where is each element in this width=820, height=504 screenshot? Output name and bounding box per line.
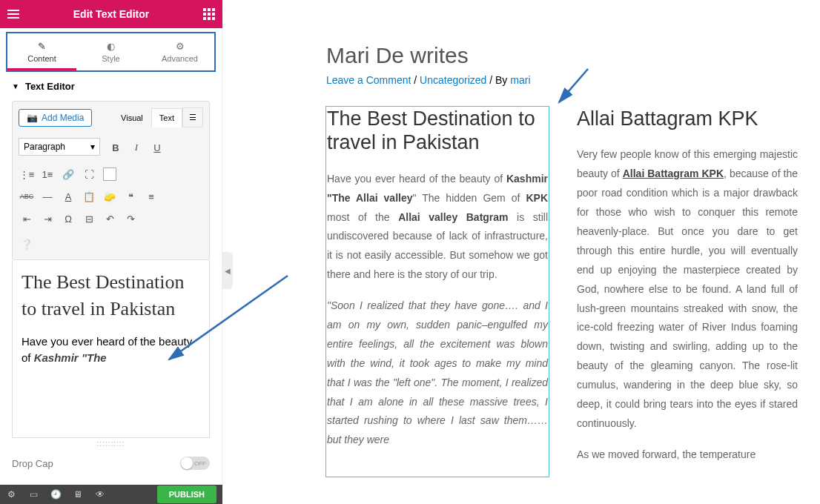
menu-icon[interactable] <box>0 0 27 28</box>
section-header[interactable]: ▼ Text Editor <box>0 72 222 101</box>
col2-p2: As we moved forward, the temperature <box>577 445 798 465</box>
panel-footer: ⚙ ▭ 🕘 🖥 👁 PUBLISH <box>0 485 222 504</box>
category-link[interactable]: Uncategorized <box>420 74 486 86</box>
resize-handle[interactable]: :::::::::: <box>12 440 210 448</box>
pencil-icon: ✎ <box>38 41 46 52</box>
content-columns: The Best Destination to travel in Pakist… <box>326 107 798 477</box>
clear-button[interactable]: 🧽 <box>100 187 119 206</box>
hr-button[interactable]: — <box>38 187 57 206</box>
publish-button[interactable]: PUBLISH <box>157 485 216 503</box>
chevron-down-icon: ▾ <box>90 142 95 152</box>
sidebar: ✎Content ◐Style ⚙Advanced ▼ Text Editor … <box>0 28 222 504</box>
paste-button[interactable]: 📋 <box>79 187 99 206</box>
color-swatch[interactable] <box>100 165 119 184</box>
panel-header: Edit Text Editor <box>0 0 222 28</box>
apps-icon[interactable] <box>196 0 222 28</box>
col1-p1: Have you ever heard of the beauty of Kas… <box>327 170 548 285</box>
preview-icon[interactable]: 👁 <box>89 489 111 500</box>
tab-advanced[interactable]: ⚙Advanced <box>145 33 214 70</box>
media-icon: 📷 <box>27 113 38 123</box>
leave-comment-link[interactable]: Leave a Comment <box>326 74 411 86</box>
collapse-sidebar-button[interactable]: ◀ <box>222 252 233 289</box>
tab-style[interactable]: ◐Style <box>76 33 145 70</box>
editor-heading: The Best Destination to travel in Pakist… <box>22 269 200 323</box>
panel-title: Edit Text Editor <box>27 8 196 20</box>
undo-button[interactable]: ↶ <box>100 209 119 228</box>
editor-paragraph: Have you ever heard of the beauty of Kas… <box>22 334 200 367</box>
underline-button[interactable]: U <box>148 138 167 157</box>
italic-button[interactable]: I <box>127 138 146 157</box>
visual-tab[interactable]: Visual <box>113 108 151 127</box>
column-2[interactable]: Allai Battagram KPK Very few people know… <box>577 107 798 477</box>
link-button[interactable]: 🔗 <box>59 165 78 184</box>
wysiwyg-toolbar: 📷Add Media Visual Text ☰ Paragraph▾ B I … <box>12 101 210 260</box>
text-editor-input[interactable]: The Best Destination to travel in Pakist… <box>12 260 210 438</box>
help-button[interactable]: ❔ <box>17 234 36 253</box>
add-media-button[interactable]: 📷Add Media <box>19 109 92 127</box>
outdent-button[interactable]: ⇤ <box>17 209 36 228</box>
bullet-list-button[interactable]: ⋮≡ <box>17 165 36 184</box>
gear-icon: ⚙ <box>176 41 185 52</box>
align-button[interactable]: ≡ <box>142 187 161 206</box>
navigator-icon[interactable]: ▭ <box>22 489 44 500</box>
text-tab[interactable]: Text <box>151 108 182 127</box>
col2-p1: Very few people know of this emerging ma… <box>577 145 798 433</box>
history-icon[interactable]: 🕘 <box>44 489 67 500</box>
redo-button[interactable]: ↷ <box>121 209 140 228</box>
quote-button[interactable]: ❝ <box>121 187 140 206</box>
contrast-icon: ◐ <box>107 41 115 52</box>
col2-heading: Allai Battagram KPK <box>577 107 798 130</box>
toolbar-extra-button[interactable]: ☰ <box>182 107 203 127</box>
col1-heading: The Best Destination to travel in Pakist… <box>327 107 548 155</box>
drop-cap-toggle[interactable]: OFF <box>180 457 210 470</box>
responsive-icon[interactable]: 🖥 <box>67 489 89 500</box>
editor-tabs: ✎Content ◐Style ⚙Advanced <box>6 32 216 72</box>
bold-button[interactable]: B <box>106 138 125 157</box>
specialchar-button[interactable]: Ω <box>59 209 78 228</box>
format-select[interactable]: Paragraph▾ <box>19 138 100 156</box>
author-link[interactable]: mari <box>510 74 530 86</box>
drop-cap-row: Drop Cap OFF <box>0 449 222 477</box>
strikethrough-button[interactable]: ABC <box>17 187 36 206</box>
col1-p2: "Soon I realized that they have gone…. a… <box>327 296 548 450</box>
tab-content[interactable]: ✎Content <box>7 33 76 70</box>
indent-button[interactable]: ⇥ <box>38 209 57 228</box>
readmore-button[interactable]: ⊟ <box>79 209 99 228</box>
caret-down-icon: ▼ <box>12 82 19 90</box>
textcolor-button[interactable]: A <box>59 187 78 206</box>
settings-icon[interactable]: ⚙ <box>0 489 22 500</box>
page-title: Mari De writes <box>326 43 798 68</box>
preview-area: Mari De writes Leave a Comment / Uncateg… <box>222 28 820 504</box>
number-list-button[interactable]: 1≡ <box>38 165 57 184</box>
post-meta: Leave a Comment / Uncategorized / By mar… <box>326 74 798 86</box>
fullscreen-button[interactable]: ⛶ <box>79 165 99 184</box>
column-1-selected[interactable]: The Best Destination to travel in Pakist… <box>326 107 549 477</box>
